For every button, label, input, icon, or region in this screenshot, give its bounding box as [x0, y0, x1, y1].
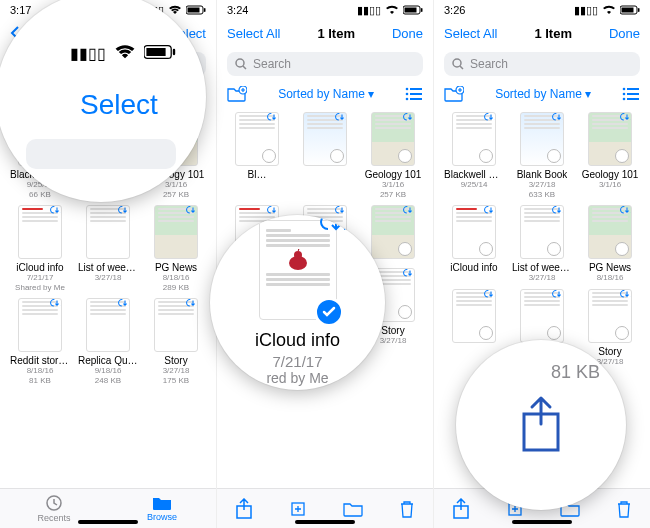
svg-point-33: [623, 88, 626, 91]
file-item[interactable]: Replica Questions9/18/16248 KB: [76, 298, 140, 385]
file-thumbnail: [18, 298, 62, 352]
home-indicator: [295, 520, 355, 524]
file-thumbnail: [588, 112, 632, 166]
file-item[interactable]: Blank Book3/27/18633 KB: [510, 112, 574, 199]
clock-icon: [45, 494, 63, 512]
page-title: 1 Item: [317, 26, 355, 41]
status-bar: 3:24 ▮▮▯▯: [217, 0, 433, 18]
home-indicator: [512, 520, 572, 524]
svg-point-35: [623, 93, 626, 96]
file-item[interactable]: List of weeke…ojects3/27/18: [76, 205, 140, 292]
cloud-download-icon: [551, 205, 564, 218]
signal-icon: ▮▮▯▯: [357, 4, 381, 17]
cloud-download-icon: [483, 205, 496, 218]
cloud-download-icon: [619, 112, 632, 125]
nav-bar: Select All 1 Item Done: [217, 18, 433, 48]
cloud-download-icon: [551, 112, 564, 125]
sort-button[interactable]: Sorted by Name▾: [495, 87, 591, 101]
share-icon[interactable]: [516, 394, 566, 456]
file-thumbnail[interactable]: [259, 220, 337, 320]
cloud-download-icon: [185, 205, 198, 218]
cloud-download-icon: [334, 205, 347, 218]
file-name: List of weeke…ojects: [78, 262, 138, 273]
file-thumbnail: [520, 289, 564, 343]
svg-point-45: [294, 251, 302, 259]
file-meta: 3/1/16: [599, 180, 621, 190]
file-thumbnail: [86, 298, 130, 352]
file-item[interactable]: Story3/27/18175 KB: [144, 298, 208, 385]
svg-rect-1: [188, 8, 200, 13]
file-item[interactable]: [293, 112, 357, 199]
search-placeholder: Search: [253, 57, 291, 71]
selection-circle: [615, 242, 629, 256]
file-name: Blackwell Mysteries: [444, 169, 504, 180]
trash-icon[interactable]: [399, 499, 415, 519]
file-name: Replica Questions: [78, 355, 138, 366]
file-thumbnail: [371, 205, 415, 259]
signal-icon: ▮▮▯▯: [70, 44, 106, 63]
file-item[interactable]: List of weeke…ojects3/27/18: [510, 205, 574, 283]
search-placeholder: Search: [470, 57, 508, 71]
done-button[interactable]: Done: [392, 26, 423, 41]
svg-rect-42: [146, 48, 165, 56]
sort-bar: Sorted by Name▾: [434, 80, 650, 108]
svg-point-19: [406, 88, 409, 91]
selection-circle: [398, 242, 412, 256]
new-folder-icon[interactable]: [444, 86, 464, 102]
trash-icon[interactable]: [616, 499, 632, 519]
cloud-download-icon: [551, 289, 564, 302]
file-meta: 8/18/16289 KB: [163, 273, 190, 292]
cloud-download-icon: [402, 205, 415, 218]
share-icon[interactable]: [235, 498, 253, 520]
svg-point-21: [406, 93, 409, 96]
file-name: iCloud info: [16, 262, 63, 273]
svg-rect-36: [627, 93, 639, 95]
file-item[interactable]: Blackwell Mysteries9/25/14: [442, 112, 506, 199]
file-meta: 7/21/17Shared by Me: [15, 273, 65, 292]
select-all-button[interactable]: Select All: [227, 26, 280, 41]
new-folder-icon[interactable]: [227, 86, 247, 102]
cloud-download-icon: [266, 112, 279, 125]
list-view-icon[interactable]: [622, 87, 640, 101]
file-item[interactable]: Geology 1013/1/16257 KB: [361, 112, 425, 199]
time: 3:26: [444, 4, 465, 16]
time: 3:17: [10, 4, 31, 16]
file-thumbnail: [235, 112, 279, 166]
selection-circle: [615, 149, 629, 163]
duplicate-icon[interactable]: [289, 500, 307, 518]
file-item[interactable]: Bl…: [225, 112, 289, 199]
file-thumbnail: [371, 112, 415, 166]
file-item[interactable]: iCloud info7/21/17Shared by Me: [8, 205, 72, 292]
share-icon[interactable]: [452, 498, 470, 520]
file-thumbnail: [520, 112, 564, 166]
file-name: iCloud info: [450, 262, 497, 273]
cloud-download-icon: [483, 112, 496, 125]
home-indicator: [78, 520, 138, 524]
search-input[interactable]: Search: [227, 52, 423, 76]
file-name: Story: [598, 346, 621, 357]
sort-button[interactable]: Sorted by Name▾: [278, 87, 374, 101]
svg-rect-43: [173, 48, 175, 54]
file-meta: 3/27/18175 KB: [163, 366, 190, 385]
file-item[interactable]: PG News8/18/16: [578, 205, 642, 283]
search-input[interactable]: Search: [444, 52, 640, 76]
file-item[interactable]: Reddit storage8/18/1681 KB: [8, 298, 72, 385]
svg-rect-20: [410, 88, 422, 90]
file-item[interactable]: Geology 1013/1/16: [578, 112, 642, 199]
select-all-button[interactable]: Select All: [444, 26, 497, 41]
done-button[interactable]: Done: [609, 26, 640, 41]
move-icon[interactable]: [343, 501, 363, 517]
file-shared: red by Me: [266, 370, 328, 386]
selection-circle: [479, 149, 493, 163]
cloud-download-icon: [117, 205, 130, 218]
file-item[interactable]: PG News8/18/16289 KB: [144, 205, 208, 292]
file-thumbnail: [452, 289, 496, 343]
file-item[interactable]: iCloud info: [442, 205, 506, 283]
svg-rect-34: [627, 88, 639, 90]
file-name: Story: [164, 355, 187, 366]
svg-rect-24: [410, 98, 422, 100]
list-view-icon[interactable]: [405, 87, 423, 101]
select-button[interactable]: Select: [80, 89, 158, 121]
file-meta: 3/1/16257 KB: [380, 180, 406, 199]
wifi-icon: [602, 5, 616, 15]
